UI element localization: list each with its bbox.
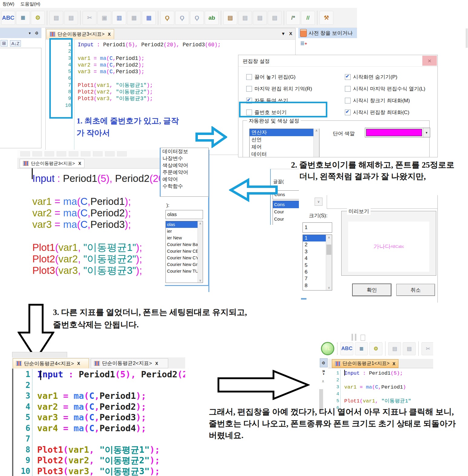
- pin-icon[interactable]: Ф: [320, 358, 328, 367]
- list-item[interactable]: 주문예약어: [161, 169, 208, 176]
- tab-close-icon[interactable]: X: [108, 32, 111, 37]
- dictionary3-icon[interactable]: ▤: [253, 11, 267, 25]
- list-item[interactable]: 1: [303, 235, 326, 241]
- scroll-down-icon[interactable]: ∨: [199, 279, 201, 282]
- tab-sma3[interactable]: 단순이동평균3<지표> X: [46, 29, 114, 39]
- font-list-scrollbar[interactable]: ∧ ∨: [198, 221, 203, 283]
- sort-az-icon[interactable]: A↓Z: [10, 40, 21, 47]
- copy-add-icon[interactable]: ▣: [97, 11, 111, 25]
- word-color-combo[interactable]: ▾: [365, 128, 430, 137]
- tab-sma4[interactable]: 단순이동평균4<지표> X: [13, 358, 89, 368]
- tab-close-icon[interactable]: X: [78, 161, 81, 166]
- list-item[interactable]: Courier New CE: [166, 248, 198, 254]
- next-table-icon[interactable]: ▤: [403, 342, 416, 355]
- comment-line-icon[interactable]: //: [301, 11, 315, 25]
- dictionary-hint-bar[interactable]: 사전 창을 보이거나: [298, 28, 357, 38]
- comment-block-icon[interactable]: /*: [286, 11, 300, 25]
- scroll-up-icon[interactable]: ∧: [315, 129, 318, 132]
- checkbox[interactable]: [246, 74, 252, 80]
- checkbox[interactable]: [345, 74, 351, 80]
- dictionary-close-icon[interactable]: ▤: [268, 11, 282, 25]
- paste-pages-icon[interactable]: ▥: [112, 11, 126, 25]
- formula-verify-icon[interactable]: ≣: [16, 11, 30, 25]
- list-item[interactable]: 데이터: [250, 151, 319, 157]
- dialog-close-button[interactable]: ×: [422, 56, 437, 66]
- search-doc-icon[interactable]: Ϙ: [175, 11, 189, 25]
- list-item[interactable]: 5: [303, 262, 326, 269]
- cut-icon[interactable]: ✂: [421, 342, 433, 355]
- list-item[interactable]: Cour: [273, 208, 299, 215]
- list-item[interactable]: 7: [303, 275, 326, 282]
- pin-icon[interactable]: Ф: [34, 31, 39, 34]
- tree-expand-icon[interactable]: ⊞: [1, 40, 8, 47]
- tab-close-icon[interactable]: X: [77, 361, 80, 366]
- spellcheck-icon[interactable]: ABC: [1, 11, 15, 25]
- listbox-scrollbar[interactable]: ∧: [313, 129, 319, 157]
- checkbox[interactable]: [246, 86, 252, 92]
- checkbox[interactable]: [345, 98, 351, 103]
- list-item[interactable]: Courier New CYR: [166, 254, 198, 261]
- list-item[interactable]: 색상예약어: [161, 162, 208, 169]
- zoom-select-icon[interactable]: Ϙ: [160, 11, 174, 25]
- replace-ab-ac-icon[interactable]: ab: [205, 11, 219, 25]
- size-input[interactable]: 1: [303, 222, 332, 233]
- category-listbox[interactable]: 연산자선언제어데이터: [249, 129, 319, 157]
- formula-verify-icon[interactable]: ≣: [355, 342, 368, 355]
- tab-close-icon[interactable]: X: [393, 361, 395, 366]
- scroll-up-icon[interactable]: ∧: [322, 379, 325, 383]
- font-mini-list[interactable]: ConsCourCour: [273, 201, 299, 225]
- cancel-button[interactable]: 취소: [396, 284, 435, 296]
- list-item[interactable]: 2: [303, 241, 326, 248]
- overflow-chevrons-icon[interactable]: »▾: [322, 369, 325, 376]
- cut-icon[interactable]: ✂: [83, 11, 97, 25]
- list-item[interactable]: Courier New TUR: [166, 268, 198, 274]
- size-scrollbar[interactable]: ∧ ∨: [326, 235, 332, 290]
- font-name-input[interactable]: olas: [165, 210, 203, 219]
- checkbox[interactable]: [345, 86, 351, 92]
- list-item[interactable]: Courier New Greek: [166, 261, 198, 268]
- tab-close-icon[interactable]: X: [155, 361, 158, 366]
- tab-sma1[interactable]: 단순이동평균1<지표> X: [332, 359, 398, 368]
- formula-tree-panel[interactable]: [0, 48, 41, 148]
- ok-button[interactable]: 확인: [352, 284, 391, 296]
- panel-caret-icon[interactable]: ▾: [29, 31, 31, 35]
- list-item[interactable]: 3: [303, 248, 326, 255]
- autocomplete-popup[interactable]: 데이터정보나장변수색상예약어주문예약어예약어수학함수: [160, 148, 209, 197]
- list-item[interactable]: 나장변수: [161, 155, 208, 162]
- code-area-bold[interactable]: 1​Input : Period1(5), Period2(20),2​3​va…: [13, 369, 185, 476]
- next-table-icon[interactable]: ▤: [64, 11, 78, 25]
- table-formula-icon[interactable]: ▦: [127, 11, 141, 25]
- scrollbar-thumb[interactable]: [326, 245, 331, 255]
- list-item[interactable]: 8: [303, 282, 326, 289]
- tab-list-caret-icon[interactable]: ▾: [282, 31, 284, 36]
- checkbox[interactable]: [345, 110, 351, 115]
- list-item[interactable]: 6: [303, 269, 326, 275]
- prev-table-icon[interactable]: ▤: [49, 11, 63, 25]
- menu-help[interactable]: 도움말(H): [18, 1, 44, 8]
- list-item[interactable]: 데이터정보: [161, 148, 208, 155]
- list-item[interactable]: Courier New Baltic: [166, 241, 198, 248]
- dictionary2-icon[interactable]: ▤: [238, 11, 252, 25]
- list-item[interactable]: 예약어: [161, 176, 208, 183]
- list-item[interactable]: 수학함수: [161, 183, 208, 190]
- scroll-up-icon[interactable]: ∧: [199, 222, 201, 225]
- list-item[interactable]: 선언: [250, 136, 319, 143]
- search-replace-doc-icon[interactable]: Ϙ: [190, 11, 204, 25]
- list-item[interactable]: 제어: [250, 143, 319, 151]
- menu-window[interactable]: 창(W): [0, 1, 18, 8]
- tools-icon[interactable]: ⚒: [319, 11, 333, 25]
- list-item[interactable]: ier New: [166, 235, 198, 241]
- list-item[interactable]: 4: [303, 255, 326, 262]
- tab-sma3-mid[interactable]: 단순이동평균3<지표> X: [20, 159, 84, 168]
- combo-dropdown-icon[interactable]: ∨: [315, 198, 322, 206]
- list-item[interactable]: Cour: [273, 215, 299, 223]
- scroll-down-icon[interactable]: ∨: [328, 286, 330, 289]
- list-item[interactable]: ier: [166, 228, 198, 235]
- settings-gears-icon[interactable]: ⚙: [31, 11, 45, 25]
- tab-sma2[interactable]: 단순이동평균2<지표> X: [91, 358, 168, 368]
- prev-table-icon[interactable]: ▤: [388, 342, 401, 355]
- add-formula-icon[interactable]: ≣+: [300, 40, 308, 48]
- settings-gears-icon[interactable]: ⚙: [369, 342, 382, 355]
- scroll-up-icon[interactable]: ∧: [328, 236, 330, 239]
- dictionary-icon[interactable]: ▤: [223, 11, 237, 25]
